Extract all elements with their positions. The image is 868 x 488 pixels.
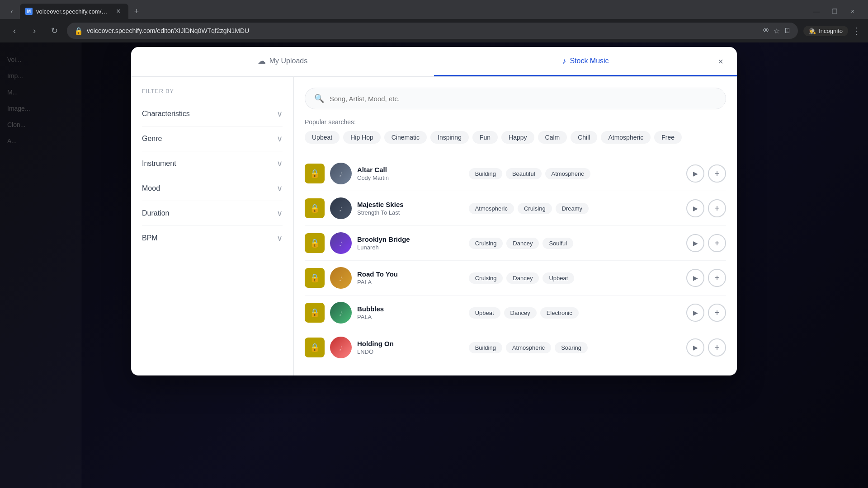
- tag-inspiring[interactable]: Inspiring: [430, 131, 469, 144]
- tag-atmospheric[interactable]: Atmospheric: [601, 131, 651, 144]
- track-tag[interactable]: Cruising: [518, 203, 552, 214]
- tag-fun[interactable]: Fun: [472, 131, 498, 144]
- track-actions: ▶ +: [686, 164, 726, 183]
- filter-instrument-label: Instrument: [142, 160, 176, 168]
- chevron-down-icon: ∨: [277, 233, 283, 243]
- incognito-button[interactable]: 🕵 Incognito: [803, 26, 848, 36]
- tag-free[interactable]: Free: [654, 131, 682, 144]
- track-tag[interactable]: Beautiful: [506, 168, 542, 179]
- tab-title: voiceover.speechify.com/edit...: [36, 8, 110, 15]
- filter-genre[interactable]: Genre ∨: [142, 127, 283, 151]
- play-button[interactable]: ▶: [686, 304, 704, 322]
- modal-close-button[interactable]: ×: [713, 55, 728, 69]
- track-tag[interactable]: Soaring: [555, 342, 588, 353]
- active-tab[interactable]: M voiceover.speechify.com/edit... ×: [20, 4, 128, 19]
- browser-chrome: ‹ M voiceover.speechify.com/edit... × + …: [0, 0, 868, 42]
- close-button[interactable]: ×: [846, 5, 859, 18]
- incognito-icon: 🕵: [809, 28, 816, 34]
- filter-instrument[interactable]: Instrument ∨: [142, 151, 283, 176]
- track-tag[interactable]: Cruising: [469, 238, 503, 249]
- popular-searches-label: Popular searches:: [305, 118, 726, 126]
- add-button[interactable]: +: [708, 199, 726, 217]
- add-button[interactable]: +: [708, 164, 726, 183]
- play-button[interactable]: ▶: [686, 199, 704, 217]
- forward-button[interactable]: ›: [27, 23, 42, 38]
- track-tag[interactable]: Upbeat: [542, 272, 574, 284]
- popular-tags: Upbeat Hip Hop Cinematic Inspiring Fun H…: [305, 131, 726, 144]
- track-name: Altar Call: [357, 166, 463, 174]
- track-item: 🔒 ♪ Majestic Skies Strength To Last Atmo…: [305, 191, 726, 226]
- track-avatar: ♪: [330, 232, 352, 254]
- lock-button[interactable]: 🔒: [305, 268, 325, 288]
- track-artist: Strength To Last: [357, 209, 463, 216]
- tag-happy[interactable]: Happy: [501, 131, 534, 144]
- track-tag[interactable]: Atmospheric: [545, 168, 590, 179]
- lock-button[interactable]: 🔒: [305, 233, 325, 253]
- lock-button[interactable]: 🔒: [305, 303, 325, 323]
- filter-duration-label: Duration: [142, 209, 169, 217]
- new-tab-button[interactable]: +: [130, 5, 143, 18]
- track-tag[interactable]: Cruising: [469, 272, 503, 284]
- track-artist: PALA: [357, 314, 463, 320]
- lock-button[interactable]: 🔒: [305, 338, 325, 357]
- play-button[interactable]: ▶: [686, 164, 704, 183]
- url-bar[interactable]: 🔒 voiceover.speechify.com/editor/XIJlDNq…: [67, 23, 798, 39]
- track-tag[interactable]: Atmospheric: [506, 342, 551, 353]
- modal-body: Filter by Characteristics ∨ Genre ∨ Inst…: [131, 77, 737, 375]
- restore-button[interactable]: ❐: [828, 5, 841, 18]
- tab-favicon: M: [25, 8, 33, 15]
- back-button[interactable]: ‹: [7, 23, 22, 38]
- browser-menu-button[interactable]: ⋮: [852, 25, 861, 36]
- track-tag[interactable]: Dancey: [504, 307, 537, 319]
- track-tag[interactable]: Upbeat: [469, 307, 500, 319]
- tag-cinematic[interactable]: Cinematic: [384, 131, 427, 144]
- tag-upbeat[interactable]: Upbeat: [305, 131, 340, 144]
- filter-characteristics[interactable]: Characteristics ∨: [142, 102, 283, 127]
- tab-my-uploads[interactable]: ☁ My Uploads: [131, 47, 434, 76]
- filter-mood[interactable]: Mood ∨: [142, 176, 283, 201]
- track-tag[interactable]: Atmospheric: [469, 203, 514, 214]
- tag-calm[interactable]: Calm: [538, 131, 567, 144]
- desktop-icon[interactable]: 🖥: [783, 27, 791, 35]
- track-tag[interactable]: Building: [469, 342, 502, 353]
- play-button[interactable]: ▶: [686, 269, 704, 287]
- track-tag[interactable]: Soulful: [542, 238, 573, 249]
- track-name: Road To You: [357, 270, 463, 278]
- track-item: 🔒 ♪ Holding On LNDÖ Building Atmospheric: [305, 330, 726, 365]
- tab-nav-left[interactable]: ‹: [5, 5, 18, 18]
- tab-stock-music[interactable]: ♪ Stock Music: [434, 47, 737, 76]
- track-tag[interactable]: Dancey: [506, 238, 539, 249]
- upload-icon: ☁: [258, 56, 266, 66]
- eye-icon[interactable]: 👁: [763, 27, 770, 35]
- track-tags: Building Atmospheric Soaring: [469, 342, 681, 353]
- refresh-button[interactable]: ↻: [47, 23, 61, 38]
- play-button[interactable]: ▶: [686, 338, 704, 357]
- track-tag[interactable]: Electronic: [540, 307, 579, 319]
- search-bar[interactable]: 🔍: [305, 88, 726, 109]
- tag-chill[interactable]: Chill: [571, 131, 597, 144]
- add-button[interactable]: +: [708, 304, 726, 322]
- filter-duration[interactable]: Duration ∨: [142, 201, 283, 226]
- add-button[interactable]: +: [708, 269, 726, 287]
- track-item: 🔒 ♪ Bubbles PALA Upbeat Dancey: [305, 296, 726, 330]
- track-avatar: ♪: [330, 267, 352, 289]
- track-artist: Lunareh: [357, 244, 463, 251]
- lock-button[interactable]: 🔒: [305, 198, 325, 218]
- play-button[interactable]: ▶: [686, 234, 704, 252]
- track-info: Holding On LNDÖ: [357, 340, 463, 355]
- tag-hip-hop[interactable]: Hip Hop: [343, 131, 381, 144]
- filter-bpm-label: BPM: [142, 234, 158, 242]
- filter-bpm[interactable]: BPM ∨: [142, 226, 283, 250]
- track-tags: Building Beautiful Atmospheric: [469, 168, 681, 179]
- star-icon[interactable]: ☆: [774, 27, 780, 35]
- add-button[interactable]: +: [708, 234, 726, 252]
- track-tag[interactable]: Dancey: [506, 272, 539, 284]
- add-button[interactable]: +: [708, 338, 726, 357]
- track-tag[interactable]: Building: [469, 168, 502, 179]
- tab-close-button[interactable]: ×: [114, 7, 123, 16]
- lock-button[interactable]: 🔒: [305, 164, 325, 183]
- minimize-button[interactable]: —: [810, 5, 823, 18]
- track-tag[interactable]: Dreamy: [556, 203, 589, 214]
- search-input[interactable]: [330, 95, 717, 103]
- browser-actions: 🕵 Incognito ⋮: [803, 25, 861, 36]
